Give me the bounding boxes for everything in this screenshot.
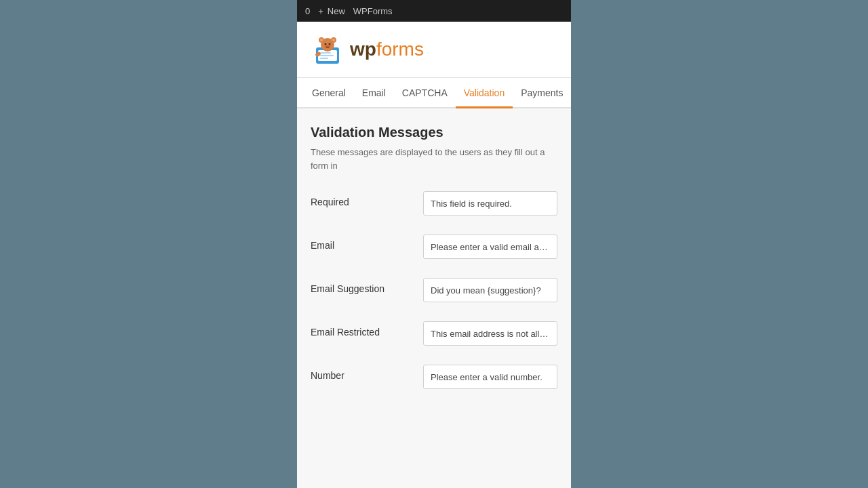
validation-row-required: Required — [311, 191, 557, 216]
row-label-required: Required — [311, 191, 412, 207]
tab-general[interactable]: General — [304, 78, 354, 108]
svg-point-11 — [329, 43, 331, 45]
row-input-email-suggestion[interactable] — [423, 278, 557, 302]
tab-captcha[interactable]: CAPTCHA — [394, 78, 456, 108]
validation-row-email: Email — [311, 235, 557, 259]
page-title: Validation Messages — [311, 125, 557, 140]
page-description: These messages are displayed to the user… — [311, 146, 557, 172]
row-input-number[interactable] — [423, 365, 557, 389]
notification-count: 0 — [305, 6, 310, 16]
logo-area: wpforms — [297, 22, 571, 78]
row-input-required[interactable] — [423, 191, 557, 216]
svg-rect-3 — [320, 55, 334, 56]
tab-email[interactable]: Email — [354, 78, 394, 108]
tabs-bar: General Email CAPTCHA Validation Payment… — [297, 78, 571, 108]
content-area: Validation Messages These messages are d… — [297, 108, 571, 488]
tab-validation[interactable]: Validation — [456, 78, 513, 108]
svg-point-9 — [332, 39, 335, 41]
row-input-email-restricted[interactable] — [423, 321, 557, 346]
row-label-email: Email — [311, 235, 412, 251]
row-label-number: Number — [311, 365, 412, 381]
side-panel-right — [571, 0, 868, 488]
validation-row-number: Number — [311, 365, 557, 389]
validation-row-email-suggestion: Email Suggestion — [311, 278, 557, 302]
validation-row-email-restricted: Email Restricted — [311, 321, 557, 346]
row-label-email-restricted: Email Restricted — [311, 321, 412, 338]
new-button[interactable]: + New — [318, 6, 345, 16]
top-bar: 0 + New WPForms — [297, 0, 571, 22]
main-panel: 0 + New WPForms — [297, 0, 571, 488]
app-name: WPForms — [353, 6, 393, 16]
tab-payments[interactable]: Payments — [513, 78, 571, 108]
logo-text: wpforms — [350, 39, 424, 60]
side-panel-left — [0, 0, 297, 488]
svg-rect-2 — [320, 52, 331, 54]
row-label-email-suggestion: Email Suggestion — [311, 278, 412, 294]
svg-point-8 — [320, 39, 323, 41]
svg-point-10 — [325, 43, 327, 45]
row-input-email[interactable] — [423, 235, 557, 259]
wpforms-mascot-icon — [311, 33, 344, 66]
svg-rect-4 — [320, 58, 328, 59]
